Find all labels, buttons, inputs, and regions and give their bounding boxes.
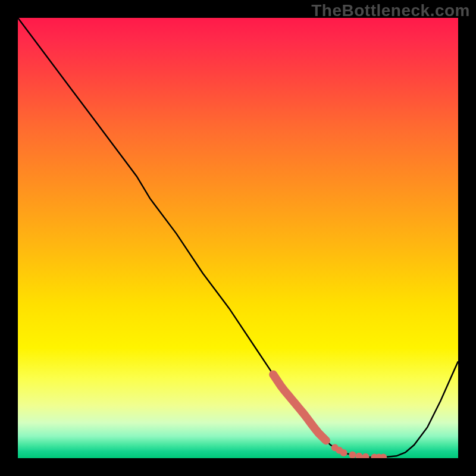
highlight-dot	[340, 449, 347, 456]
plot-area	[18, 18, 458, 458]
highlight-thick-segment	[273, 374, 326, 440]
highlight-dot	[356, 453, 363, 458]
highlighted-range	[273, 374, 387, 458]
watermark-text: TheBottleneck.com	[311, 1, 470, 20]
highlight-dot	[349, 452, 356, 458]
chart-frame: TheBottleneck.com	[0, 0, 476, 476]
curve-layer	[18, 18, 458, 458]
highlight-dot	[362, 453, 369, 458]
bottleneck-curve-path	[18, 18, 458, 458]
